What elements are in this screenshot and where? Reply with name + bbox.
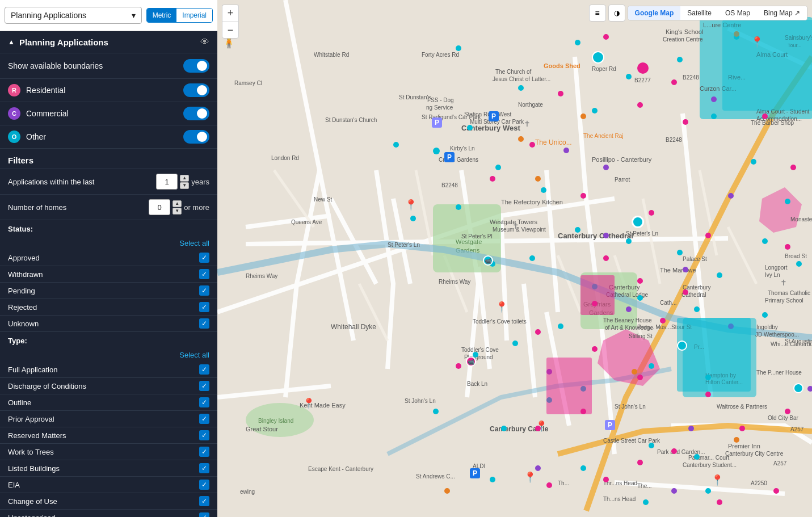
- map-menu-button[interactable]: ≡: [589, 5, 606, 22]
- type-select-all-button[interactable]: Select all: [179, 351, 209, 359]
- location-pin[interactable]: 📍: [405, 199, 417, 211]
- map-dot[interactable]: [467, 125, 473, 131]
- map-dot-commercial[interactable]: [626, 306, 632, 312]
- map-dot-commercial[interactable]: [563, 148, 569, 153]
- status-rejected-checkbox[interactable]: ✓: [199, 302, 209, 312]
- type-full-checkbox[interactable]: ✓: [199, 364, 209, 375]
- map-dot[interactable]: [637, 295, 643, 301]
- map-dot-residential[interactable]: [535, 329, 541, 335]
- layer-select[interactable]: Planning Applications ▾: [5, 7, 142, 24]
- type-prior-checkbox[interactable]: ✓: [199, 414, 209, 424]
- map-dot-residential[interactable]: [683, 289, 688, 295]
- google-map-tab[interactable]: Google Map: [628, 6, 681, 20]
- map-dot[interactable]: [575, 40, 580, 45]
- map-dot[interactable]: [501, 426, 507, 431]
- map-dot-large-cyan[interactable]: [592, 51, 604, 64]
- boundaries-toggle[interactable]: [183, 59, 209, 73]
- map-dot-residential[interactable]: [785, 244, 790, 250]
- map-dot[interactable]: [643, 499, 649, 505]
- map-dot-commercial[interactable]: [535, 465, 541, 471]
- map-layer-button[interactable]: ◑: [608, 5, 625, 22]
- map-dot-commercial[interactable]: [711, 96, 717, 102]
- map-dot[interactable]: [456, 204, 461, 210]
- map-dot-orange[interactable]: [580, 114, 586, 119]
- map-dot-residential[interactable]: [683, 119, 688, 125]
- map-dot[interactable]: [677, 250, 683, 255]
- map-dot[interactable]: [529, 255, 535, 261]
- map-dot-residential[interactable]: [671, 79, 677, 85]
- map-area[interactable]: Westgate Gardens Greyfriars Gardens Bing…: [217, 0, 812, 517]
- map-dot-residential[interactable]: [580, 193, 586, 199]
- map-dot-residential[interactable]: [705, 392, 711, 397]
- map-dot-residential[interactable]: [603, 34, 609, 40]
- applications-value[interactable]: 1: [156, 174, 178, 190]
- metric-button[interactable]: Metric: [147, 9, 177, 22]
- map-dot-commercial[interactable]: [807, 386, 812, 392]
- map-dot-commercial[interactable]: [603, 233, 609, 238]
- map-dot[interactable]: [626, 238, 632, 244]
- map-dot-residential[interactable]: [603, 477, 609, 482]
- map-dot[interactable]: [575, 227, 580, 233]
- map-dot-residential[interactable]: [717, 499, 722, 505]
- map-dot-residential[interactable]: [637, 102, 643, 108]
- os-map-tab[interactable]: OS Map: [718, 6, 757, 20]
- map-dot-residential[interactable]: [637, 375, 643, 380]
- location-pin[interactable]: 📍: [524, 471, 536, 484]
- map-dot[interactable]: [762, 238, 768, 244]
- applications-spin-up[interactable]: ▲: [180, 175, 189, 182]
- status-withdrawn-checkbox[interactable]: ✓: [199, 269, 209, 279]
- map-dot-orange[interactable]: [535, 176, 541, 182]
- map-dot[interactable]: [580, 465, 586, 471]
- location-pin[interactable]: 📍: [302, 397, 315, 410]
- status-unknown-checkbox[interactable]: ✓: [199, 318, 209, 329]
- imperial-button[interactable]: Imperial: [176, 9, 212, 22]
- homes-spin-up[interactable]: ▲: [173, 200, 182, 207]
- map-dot[interactable]: [717, 272, 722, 278]
- map-dot[interactable]: [677, 57, 683, 62]
- eye-icon[interactable]: 👁: [200, 37, 209, 47]
- map-dot[interactable]: [490, 477, 495, 482]
- map-dot[interactable]: [518, 85, 524, 91]
- map-dot-residential[interactable]: [592, 346, 598, 352]
- map-dot-commercial[interactable]: [671, 488, 677, 494]
- map-dot[interactable]: [711, 114, 717, 119]
- map-dot[interactable]: [751, 159, 756, 165]
- map-dot-residential[interactable]: [637, 460, 643, 465]
- type-uncat-checkbox[interactable]: ✓: [199, 512, 209, 517]
- location-pin-green[interactable]: 📍: [495, 301, 508, 313]
- bing-map-tab[interactable]: Bing Map ↗: [757, 6, 807, 20]
- other-toggle[interactable]: [183, 130, 209, 144]
- status-pending-checkbox[interactable]: ✓: [199, 285, 209, 296]
- map-dot-residential[interactable]: [637, 62, 649, 74]
- map-dot-residential[interactable]: [739, 426, 745, 431]
- map-dot[interactable]: [694, 306, 700, 312]
- commercial-toggle[interactable]: [183, 107, 209, 120]
- map-dot-residential[interactable]: [649, 210, 654, 216]
- zoom-in-button[interactable]: +: [222, 5, 239, 22]
- map-dot-commercial[interactable]: [603, 165, 609, 170]
- map-dot[interactable]: [541, 187, 546, 193]
- residential-toggle[interactable]: [183, 83, 209, 97]
- map-dot-orange[interactable]: [632, 369, 637, 375]
- satellite-tab[interactable]: Satellite: [680, 6, 718, 20]
- map-dot[interactable]: [433, 409, 439, 414]
- map-dot[interactable]: [796, 261, 802, 267]
- map-dot-large-cyan[interactable]: [677, 341, 687, 351]
- map-dot-orange[interactable]: [518, 136, 524, 142]
- map-dot[interactable]: [626, 74, 632, 79]
- map-dot-residential[interactable]: [546, 482, 552, 488]
- map-dot[interactable]: [649, 363, 654, 369]
- map-dot-large-cyan[interactable]: [793, 383, 803, 393]
- zoom-out-button[interactable]: −: [222, 22, 239, 39]
- location-pin[interactable]: 📍: [535, 420, 548, 432]
- map-dot[interactable]: [495, 165, 501, 170]
- map-dot-orange[interactable]: [444, 488, 450, 494]
- map-dot-residential[interactable]: [785, 409, 790, 414]
- map-dot[interactable]: [393, 142, 399, 148]
- map-dot[interactable]: [410, 216, 416, 221]
- map-dot-commercial[interactable]: [688, 426, 694, 431]
- map-dot-residential[interactable]: [671, 448, 677, 454]
- map-dot-orange[interactable]: [734, 437, 739, 443]
- map-dot-large-cyan[interactable]: [632, 216, 644, 228]
- map-dot-residential[interactable]: [490, 176, 495, 182]
